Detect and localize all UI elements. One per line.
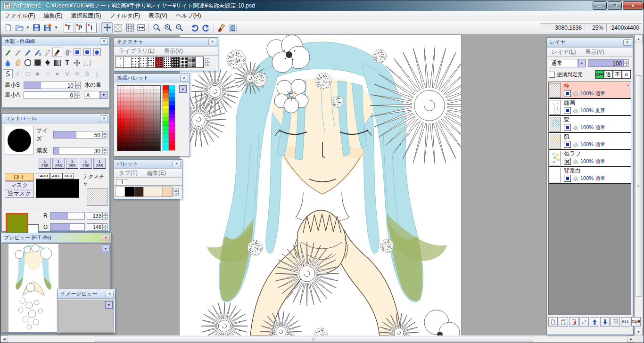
alpha-off-button[interactable]: OFF (595, 70, 604, 79)
fraction-button[interactable]: 1255 (66, 158, 78, 169)
fill-ref-checkbox[interactable] (549, 72, 555, 78)
rect-fill-shape[interactable]: ■ (33, 69, 42, 78)
move-layer-up-button[interactable] (590, 317, 599, 327)
pencil-tool[interactable] (13, 48, 23, 57)
menu-help[interactable]: ヘルプ(H) (172, 11, 206, 21)
transparent-bg-button[interactable] (113, 22, 124, 33)
layer-hidden-checkbox[interactable] (564, 158, 571, 165)
canvas-vscrollbar[interactable]: ▲ ≡ ▼ (635, 35, 643, 335)
density-slider[interactable]: 30 (53, 147, 102, 155)
menu-edit[interactable]: 編集(E) (39, 11, 66, 21)
delete-layer-button[interactable] (569, 317, 578, 327)
texture-menu-library[interactable]: ライブラリ(L) (114, 47, 159, 55)
ext-palette-titlebar[interactable]: 拡張パレット (114, 74, 190, 82)
menu-selection[interactable]: 選択範囲(S) (66, 11, 105, 21)
texture-panel-titlebar[interactable]: テクスチャ (114, 38, 218, 46)
layer-visible-checkbox[interactable] (564, 107, 571, 114)
layer-panel-titlebar[interactable]: レイヤ (547, 38, 633, 47)
g-value[interactable]: 148 (87, 223, 103, 231)
save-button[interactable] (31, 22, 42, 33)
layer-row[interactable]: 色ラフ 100% 通常 (549, 150, 631, 167)
texture-swatch[interactable] (132, 57, 140, 67)
close-button[interactable]: ✕ (623, 1, 644, 10)
scroll-left-arrow[interactable]: ◀ (0, 335, 8, 343)
control-panel-close-icon[interactable] (100, 115, 108, 122)
move-tool[interactable] (72, 58, 82, 67)
layer-opacity-slider[interactable]: 100 (588, 59, 624, 67)
image-view-viewport[interactable] (58, 300, 114, 333)
hscroll-thumb[interactable]: ||| (95, 336, 533, 342)
water-amount-select[interactable]: A (84, 91, 107, 99)
palette-swatch[interactable] (163, 187, 172, 196)
duplicate-layer-button[interactable] (559, 317, 568, 327)
layer-row[interactable]: 枠 100% 通常 ▲ (549, 82, 631, 99)
palette-swatch[interactable] (116, 187, 125, 196)
bucket-icon[interactable] (572, 175, 579, 182)
layer-visible-checkbox[interactable] (564, 124, 571, 131)
airbrush-tool[interactable] (62, 48, 72, 57)
redo-button[interactable] (200, 22, 212, 33)
arc-shape[interactable]: ) (92, 69, 102, 78)
toggle-palette-windows[interactable]: P (75, 23, 85, 33)
tool-panel-close-icon[interactable] (100, 38, 108, 45)
open-file-button[interactable] (14, 22, 25, 33)
save-as-button[interactable] (42, 22, 53, 33)
palette-swatch[interactable] (134, 187, 144, 196)
layer-row[interactable]: 肌 100% 通常 (549, 133, 631, 150)
fill-tool[interactable] (42, 58, 52, 67)
canvas-hscrollbar[interactable]: ◀ ||| ▶ (0, 335, 635, 343)
select-tool[interactable] (82, 58, 92, 67)
density-spinner[interactable] (102, 147, 107, 155)
image-view-close-icon[interactable] (106, 291, 114, 297)
min-s-slider[interactable]: 10 (24, 82, 75, 89)
water-drop-tool[interactable] (3, 58, 13, 67)
size-spinner[interactable] (102, 131, 107, 139)
grid-button[interactable] (124, 22, 135, 33)
selection-erase-button[interactable] (227, 22, 239, 33)
circle-fill-shape[interactable]: ● (52, 69, 62, 78)
zoom-out-button[interactable] (173, 22, 185, 33)
fit-width-button[interactable] (135, 22, 147, 33)
save-dropdown[interactable]: ▼ (53, 23, 59, 33)
palette-spinner[interactable] (173, 187, 179, 197)
texture-spinner[interactable] (205, 57, 210, 68)
layer-row[interactable]: 背景白 100% 通常 (549, 167, 631, 184)
control-texture-button[interactable] (87, 188, 107, 206)
alpha-opaque-button[interactable]: 不 (613, 70, 622, 79)
menu-file[interactable]: ファイル(F) (0, 11, 39, 21)
bucket-icon[interactable] (572, 141, 579, 148)
fraction-button[interactable]: 1255 (52, 158, 65, 169)
fraction-button[interactable]: 1255 (80, 158, 92, 169)
mask-clr-button[interactable]: CLR (63, 173, 74, 179)
minimize-button[interactable]: — (593, 1, 607, 10)
fraction-button[interactable]: 1255 (39, 158, 51, 169)
image-view-dropdown-icon[interactable] (105, 301, 113, 309)
alpha-a-button[interactable]: α (622, 70, 631, 79)
palette-swatch[interactable] (153, 187, 163, 196)
bucket-icon[interactable] (572, 107, 579, 114)
water-dropdown-icon[interactable] (100, 91, 107, 99)
toggle-image-view[interactable]: I (86, 23, 97, 33)
text-tool[interactable]: T (62, 58, 72, 67)
layer-menu-view[interactable]: 表示(V) (581, 48, 609, 56)
layer-visible-checkbox[interactable] (564, 175, 571, 182)
r-slider[interactable] (50, 212, 85, 220)
canvas[interactable] (180, 35, 461, 335)
canvas-move-button[interactable] (101, 22, 113, 33)
loupe-button[interactable] (151, 22, 162, 33)
control-panel-titlebar[interactable]: コントロール (2, 114, 109, 123)
min-a-spinner[interactable] (75, 91, 80, 99)
line-shape[interactable]: / (13, 69, 23, 78)
mask-del-button[interactable]: -DEL (50, 173, 63, 179)
min-s-spinner[interactable] (75, 82, 81, 89)
zoom-in-button[interactable] (162, 22, 173, 33)
all-layers-button[interactable]: ALL (621, 317, 630, 327)
smudge-tool[interactable] (13, 58, 23, 67)
texture-swatch[interactable] (172, 57, 180, 67)
concentric-shape[interactable]: ✳ (72, 69, 82, 78)
dot-brush-1[interactable] (72, 48, 82, 57)
fg-color-swatch[interactable] (6, 213, 28, 236)
watercolor-brush-tool[interactable] (52, 48, 62, 57)
vscroll-thumb[interactable]: ≡ (635, 75, 642, 297)
layer-visible-checkbox[interactable] (564, 90, 571, 97)
